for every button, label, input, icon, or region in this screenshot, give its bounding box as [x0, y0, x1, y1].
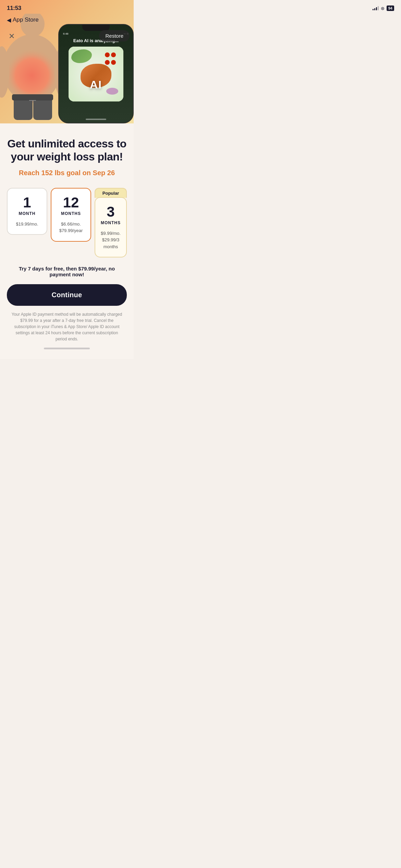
legal-text: Your Apple ID payment method will be aut…: [7, 311, 127, 342]
svg-rect-8: [12, 94, 53, 100]
back-nav-label: App Store: [13, 16, 39, 23]
plan-12-number: 12: [55, 195, 87, 210]
plan-card-3months-wrapper: Popular 3 MONTHS $9.99/mo.$29.99/3 month…: [95, 188, 127, 258]
tomatoes: [104, 52, 117, 67]
popular-badge: Popular: [95, 188, 127, 198]
food-plate: AI: [69, 47, 123, 101]
plan-3-price: $9.99/mo.$29.99/3 months: [99, 230, 123, 250]
close-button[interactable]: ✕: [6, 31, 17, 42]
plan-3-unit: MONTHS: [99, 220, 123, 225]
continue-button[interactable]: Continue: [7, 284, 127, 306]
plan-12-price: $6.66/mo.$79.99/year: [55, 221, 87, 234]
plan-cards-container: 1 MONTH $19.99/mo. 12 MONTHS $6.66/mo.$7…: [7, 188, 127, 258]
goal-text: Reach 152 lbs goal on Sep 26: [7, 169, 127, 177]
plan-1-number: 1: [11, 195, 43, 210]
plan-1-price: $19.99/mo.: [11, 221, 43, 228]
back-nav[interactable]: ◀ App Store: [0, 0, 46, 27]
restore-button[interactable]: Restore: [99, 30, 130, 41]
main-headline: Get unlimited access to your weight loss…: [7, 137, 127, 164]
plan-1-unit: MONTH: [11, 211, 43, 216]
phone-home-indicator: [86, 119, 106, 120]
plan-3-number: 3: [99, 205, 123, 219]
plan-12-unit: MONTHS: [55, 211, 87, 216]
trial-text: Try 7 days for free, then $79.99/year, n…: [7, 266, 127, 277]
plan-card-3months[interactable]: 3 MONTHS $9.99/mo.$29.99/3 months: [95, 197, 127, 258]
back-arrow-icon: ◀: [7, 17, 11, 23]
lettuce-visual: [71, 49, 92, 63]
food-bg: AI: [69, 47, 123, 101]
home-indicator: [44, 348, 90, 349]
ai-label: AI: [90, 79, 102, 91]
content-section: Get unlimited access to your weight loss…: [0, 123, 134, 359]
phone-time: 6:48: [63, 32, 69, 35]
plan-card-1month[interactable]: 1 MONTH $19.99/mo.: [7, 188, 47, 235]
close-icon: ✕: [9, 33, 15, 40]
plan-card-12months[interactable]: 12 MONTHS $6.66/mo.$79.99/year: [51, 188, 91, 242]
onion-visual: [106, 88, 118, 95]
